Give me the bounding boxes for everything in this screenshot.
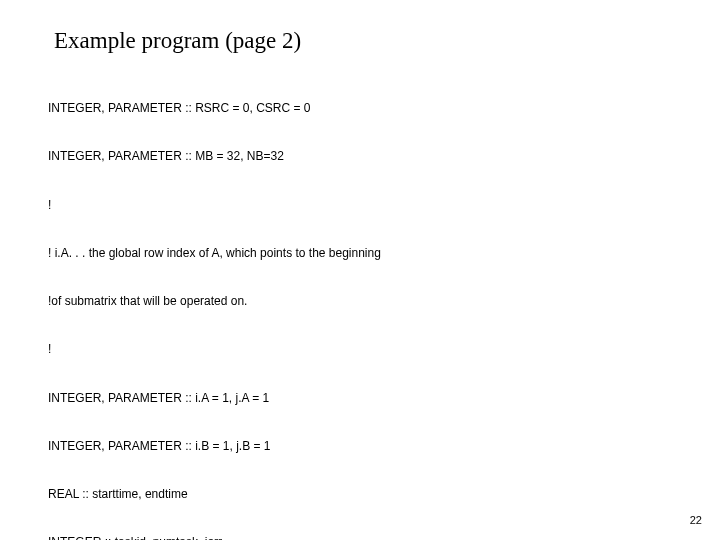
code-line: REAL :: starttime, endtime [48,486,672,502]
code-line: INTEGER, PARAMETER :: i.A = 1, j.A = 1 [48,390,672,406]
code-line: INTEGER, PARAMETER :: RSRC = 0, CSRC = 0 [48,100,672,116]
page-number: 22 [690,514,702,526]
code-line: INTEGER, PARAMETER :: i.B = 1, j.B = 1 [48,438,672,454]
code-line: !of submatrix that will be operated on. [48,293,672,309]
code-block: INTEGER, PARAMETER :: RSRC = 0, CSRC = 0… [48,68,672,540]
code-line: INTEGER :: taskid, numtask, ierr [48,534,672,540]
slide-title: Example program (page 2) [54,28,672,54]
code-line: ! [48,341,672,357]
code-line: ! i.A. . . the global row index of A, wh… [48,245,672,261]
code-line: ! [48,197,672,213]
code-line: INTEGER, PARAMETER :: MB = 32, NB=32 [48,148,672,164]
